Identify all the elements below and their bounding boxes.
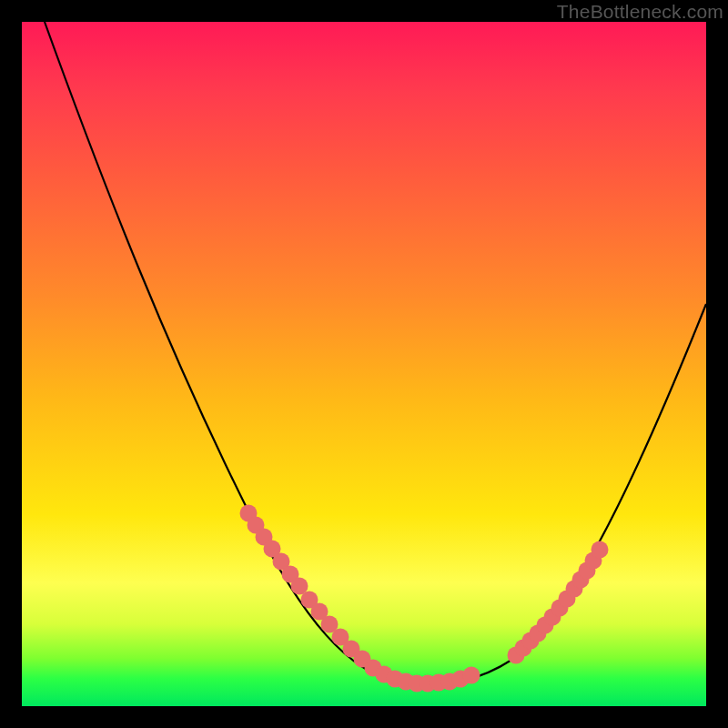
marker-dot [592, 541, 609, 559]
plot-area [22, 22, 706, 706]
watermark-text: TheBottleneck.com [557, 1, 723, 23]
chart-frame: TheBottleneck.com [0, 0, 728, 728]
curve-svg [22, 22, 706, 706]
marker-dot [463, 667, 480, 684]
main-curve [45, 22, 706, 683]
marker-dots [240, 505, 609, 693]
series-curve [45, 22, 706, 683]
